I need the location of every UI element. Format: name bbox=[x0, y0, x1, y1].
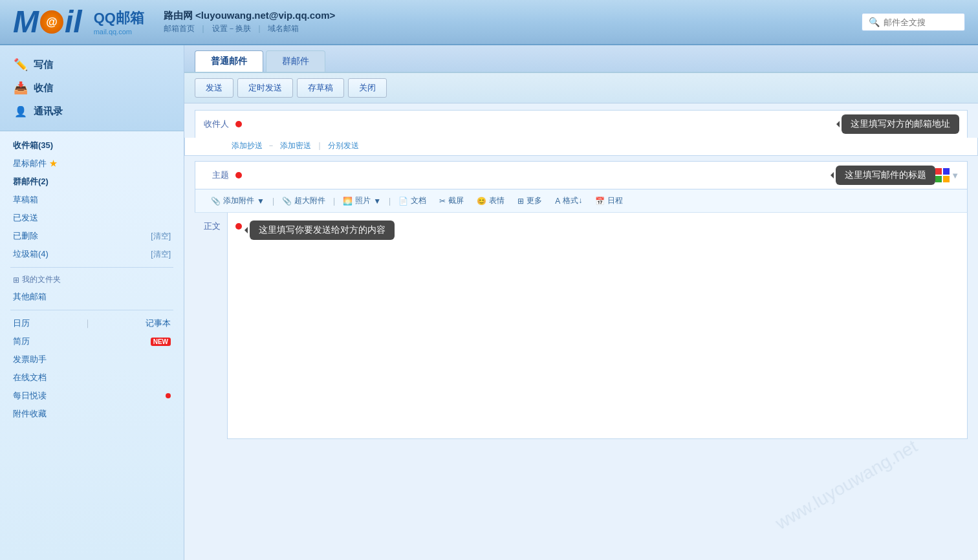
attachment-collect-label: 附件收藏 bbox=[13, 408, 47, 420]
nav-inbox[interactable]: 收件箱(35) bbox=[0, 136, 184, 155]
content-area: 普通邮件 群邮件 发送 定时发送 存草稿 关闭 收件人 bbox=[184, 45, 978, 560]
nav-online-doc[interactable]: 在线文档 bbox=[0, 369, 184, 387]
to-row: 收件人 这里填写对方的邮箱地址 bbox=[195, 111, 967, 138]
sidebar-nav: 收件箱(35) 星标邮件 ★ 群邮件(2) 草稿箱 已发送 已删除 [清空] 垃… bbox=[0, 131, 184, 428]
color-dropdown-icon[interactable]: ▼ bbox=[951, 171, 959, 180]
calendar-label: 日历 bbox=[13, 318, 30, 329]
add-bcc-link[interactable]: 添加密送 bbox=[280, 141, 311, 150]
nav-group-label: 群邮件(2) bbox=[13, 176, 49, 188]
attach-dropdown-icon[interactable]: ▼ bbox=[257, 197, 265, 206]
body-editor[interactable]: 这里填写你要发送给对方的内容 bbox=[227, 213, 968, 439]
subject-color-picker[interactable]: ▼ bbox=[935, 168, 959, 182]
color-yellow[interactable] bbox=[943, 176, 950, 182]
subject-row: 主题 这里填写邮件的标题 bbox=[195, 162, 967, 189]
draft-button[interactable]: 存草稿 bbox=[297, 78, 344, 98]
subject-label: 主题 bbox=[203, 169, 235, 181]
notepad-label[interactable]: 记事本 bbox=[146, 318, 171, 329]
header: M il QQ邮箱 mail.qq.com 路由网 <luyouwang.net… bbox=[0, 0, 978, 45]
emoji-btn[interactable]: 😊 表情 bbox=[472, 193, 510, 208]
write-mail-item[interactable]: ✏️ 写信 bbox=[10, 53, 173, 76]
qq-label: QQ邮箱 bbox=[94, 8, 144, 28]
subject-input[interactable] bbox=[247, 169, 831, 182]
photo-dropdown-icon[interactable]: ▼ bbox=[373, 197, 381, 206]
mailbox-home-link[interactable]: 邮箱首页 bbox=[164, 24, 195, 33]
search-icon: 🔍 bbox=[869, 17, 880, 27]
clear-spam-btn[interactable]: [清空] bbox=[151, 249, 171, 260]
timed-send-button[interactable]: 定时发送 bbox=[237, 78, 293, 98]
nav-starred[interactable]: 星标邮件 ★ bbox=[0, 155, 184, 173]
tab-bar: 普通邮件 群邮件 bbox=[184, 45, 978, 73]
body-section: 正文 这里填写你要发送给对方的内容 bbox=[195, 213, 968, 560]
nav-resume[interactable]: 简历 NEW bbox=[0, 332, 184, 350]
write-label: 写信 bbox=[34, 59, 53, 71]
receive-label: 收信 bbox=[34, 82, 53, 94]
nav-invoice[interactable]: 发票助手 bbox=[0, 350, 184, 369]
nav-drafts-label: 草稿箱 bbox=[13, 194, 38, 206]
nav-drafts[interactable]: 草稿箱 bbox=[0, 191, 184, 209]
receive-icon: 📥 bbox=[13, 80, 28, 96]
nav-sent-label: 已发送 bbox=[13, 212, 38, 224]
screenshot-icon: ✂ bbox=[439, 197, 446, 206]
to-input[interactable] bbox=[247, 118, 836, 131]
to-tooltip: 这里填写对方的邮箱地址 bbox=[842, 114, 959, 134]
color-grid[interactable] bbox=[935, 168, 950, 182]
daily-read-label: 每日悦读 bbox=[13, 390, 47, 402]
daily-read-dot bbox=[166, 393, 171, 398]
nav-group-mail[interactable]: 群邮件(2) bbox=[0, 173, 184, 191]
settings-link[interactable]: 设置－换肤 bbox=[212, 24, 251, 33]
logo-at-icon bbox=[40, 10, 63, 34]
new-badge: NEW bbox=[151, 338, 171, 346]
compose-toolbar: 发送 定时发送 存草稿 关闭 bbox=[184, 73, 978, 103]
resume-label: 简历 bbox=[13, 336, 30, 347]
nav-other-mailbox[interactable]: 其他邮箱 bbox=[0, 288, 184, 306]
to-required-dot bbox=[235, 121, 242, 127]
nav-inbox-label: 收件箱(35) bbox=[13, 140, 53, 151]
nav-calendar[interactable]: 日历 ｜ 记事本 bbox=[0, 314, 184, 332]
clear-deleted-btn[interactable]: [清空] bbox=[151, 231, 171, 242]
format-icon: A bbox=[555, 197, 560, 206]
header-links[interactable]: 邮箱首页 ｜ 设置－换肤 ｜ 域名邮箱 bbox=[164, 23, 336, 34]
user-info: 路由网 <luyouwang.net@vip.qq.com> 邮箱首页 ｜ 设置… bbox=[164, 10, 336, 34]
subject-required-dot bbox=[235, 172, 242, 178]
nav-starred-label: 星标邮件 ★ bbox=[13, 158, 58, 169]
tab-group-mail[interactable]: 群邮件 bbox=[266, 50, 325, 72]
receive-mail-item[interactable]: 📥 收信 bbox=[10, 76, 173, 100]
doc-btn[interactable]: 📄 文档 bbox=[393, 193, 431, 208]
send-button[interactable]: 发送 bbox=[195, 78, 234, 98]
sidebar: ✏️ 写信 📥 收信 👤 通讯录 收件箱(35) 星标邮件 ★ 群邮件(2) bbox=[0, 45, 184, 560]
color-green[interactable] bbox=[935, 176, 942, 182]
more-btn[interactable]: ⊞ 更多 bbox=[512, 193, 547, 208]
logo-m: M bbox=[13, 6, 39, 38]
nav-deleted[interactable]: 已删除 [清空] bbox=[0, 227, 184, 245]
schedule-btn[interactable]: 📅 日程 bbox=[590, 193, 628, 208]
star-icon: ★ bbox=[49, 158, 58, 168]
separate-send-link[interactable]: 分别发送 bbox=[328, 141, 359, 150]
nav-attachment-collect[interactable]: 附件收藏 bbox=[0, 405, 184, 423]
domain-mail-link[interactable]: 域名邮箱 bbox=[268, 24, 299, 33]
color-blue[interactable] bbox=[943, 168, 950, 175]
more-icon: ⊞ bbox=[517, 197, 524, 206]
photo-icon: 🌅 bbox=[343, 197, 353, 206]
body-tooltip: 这里填写你要发送给对方的内容 bbox=[250, 221, 395, 240]
add-cc-link[interactable]: 添加抄送 bbox=[232, 141, 263, 150]
write-icon: ✏️ bbox=[13, 57, 28, 72]
attach-toolbar: 📎 添加附件 ▼ | 📎 超大附件 | 🌅 照片 ▼ | 📄 bbox=[195, 189, 968, 213]
contacts-item[interactable]: 👤 通讯录 bbox=[10, 100, 173, 123]
online-doc-label: 在线文档 bbox=[13, 372, 47, 383]
search-box[interactable]: 🔍 bbox=[862, 13, 965, 31]
close-button[interactable]: 关闭 bbox=[348, 78, 387, 98]
photo-btn[interactable]: 🌅 照片 ▼ bbox=[338, 193, 386, 208]
nav-sent[interactable]: 已发送 bbox=[0, 209, 184, 227]
nav-daily-read[interactable]: 每日悦读 bbox=[0, 387, 184, 405]
nav-my-folders[interactable]: ⊞ 我的文件夹 bbox=[0, 272, 184, 288]
color-red[interactable] bbox=[935, 168, 942, 175]
search-input[interactable] bbox=[884, 17, 961, 27]
format-btn[interactable]: A 格式↓ bbox=[550, 193, 587, 208]
nav-deleted-label: 已删除 bbox=[13, 230, 38, 242]
screenshot-btn[interactable]: ✂ 截屏 bbox=[434, 193, 469, 208]
super-attach-btn[interactable]: 📎 超大附件 bbox=[277, 193, 331, 208]
tab-normal-mail[interactable]: 普通邮件 bbox=[195, 50, 263, 72]
nav-spam[interactable]: 垃圾箱(4) [清空] bbox=[0, 245, 184, 263]
emoji-icon: 😊 bbox=[477, 197, 486, 206]
add-attach-btn[interactable]: 📎 添加附件 ▼ bbox=[206, 193, 270, 208]
